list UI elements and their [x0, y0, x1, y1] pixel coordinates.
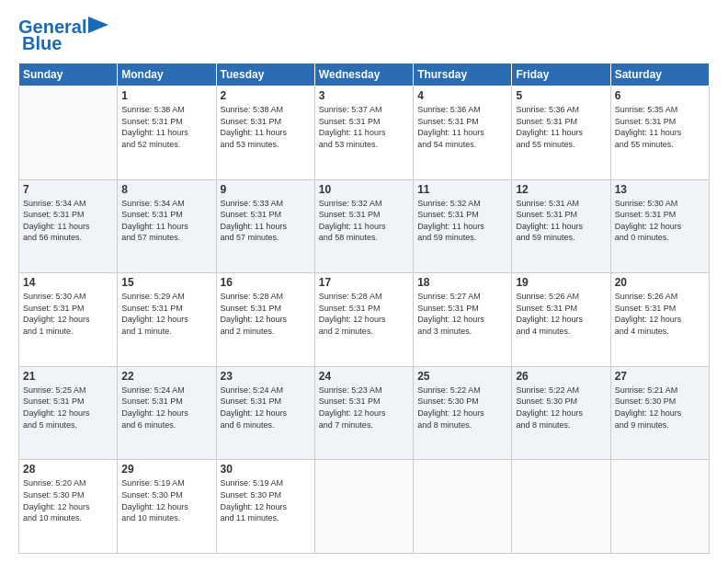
- weekday-header: Saturday: [610, 63, 709, 86]
- calendar-day-cell: 12Sunrise: 5:31 AM Sunset: 5:31 PM Dayli…: [512, 179, 610, 273]
- calendar-day-cell: 23Sunrise: 5:24 AM Sunset: 5:31 PM Dayli…: [216, 366, 314, 460]
- calendar-table: SundayMondayTuesdayWednesdayThursdayFrid…: [18, 63, 710, 554]
- weekday-header: Thursday: [414, 63, 512, 86]
- day-number: 30: [221, 463, 311, 476]
- calendar-day-cell: [512, 460, 610, 554]
- calendar-week-row: 1Sunrise: 5:38 AM Sunset: 5:31 PM Daylig…: [19, 86, 710, 180]
- day-info: Sunrise: 5:36 AM Sunset: 5:31 PM Dayligh…: [516, 104, 606, 150]
- calendar-day-cell: 6Sunrise: 5:35 AM Sunset: 5:31 PM Daylig…: [610, 86, 709, 180]
- day-number: 28: [23, 463, 113, 476]
- day-number: 17: [319, 276, 409, 289]
- calendar-day-cell: 3Sunrise: 5:37 AM Sunset: 5:31 PM Daylig…: [314, 86, 413, 180]
- calendar-day-cell: 21Sunrise: 5:25 AM Sunset: 5:31 PM Dayli…: [19, 366, 118, 460]
- calendar-day-cell: 13Sunrise: 5:30 AM Sunset: 5:31 PM Dayli…: [610, 179, 709, 273]
- calendar-week-row: 14Sunrise: 5:30 AM Sunset: 5:31 PM Dayli…: [19, 273, 710, 367]
- day-number: 7: [23, 183, 113, 196]
- day-number: 16: [221, 276, 311, 289]
- day-number: 4: [417, 89, 507, 102]
- day-info: Sunrise: 5:19 AM Sunset: 5:30 PM Dayligh…: [221, 477, 311, 523]
- calendar-week-row: 7Sunrise: 5:34 AM Sunset: 5:31 PM Daylig…: [19, 179, 710, 273]
- day-info: Sunrise: 5:34 AM Sunset: 5:31 PM Dayligh…: [23, 198, 113, 244]
- day-number: 26: [516, 370, 606, 383]
- day-number: 24: [319, 370, 409, 383]
- day-info: Sunrise: 5:27 AM Sunset: 5:31 PM Dayligh…: [417, 291, 507, 337]
- calendar-day-cell: 26Sunrise: 5:22 AM Sunset: 5:30 PM Dayli…: [512, 366, 610, 460]
- day-info: Sunrise: 5:30 AM Sunset: 5:31 PM Dayligh…: [615, 198, 705, 244]
- day-info: Sunrise: 5:28 AM Sunset: 5:31 PM Dayligh…: [319, 291, 409, 337]
- calendar-day-cell: 2Sunrise: 5:38 AM Sunset: 5:31 PM Daylig…: [216, 86, 314, 180]
- calendar-day-cell: 30Sunrise: 5:19 AM Sunset: 5:30 PM Dayli…: [216, 460, 314, 554]
- day-number: 10: [319, 183, 409, 196]
- calendar-day-cell: 10Sunrise: 5:32 AM Sunset: 5:31 PM Dayli…: [314, 179, 413, 273]
- day-number: 15: [121, 276, 211, 289]
- calendar-header-row: SundayMondayTuesdayWednesdayThursdayFrid…: [19, 63, 710, 86]
- weekday-header: Tuesday: [216, 63, 314, 86]
- weekday-header: Wednesday: [314, 63, 413, 86]
- day-info: Sunrise: 5:38 AM Sunset: 5:31 PM Dayligh…: [121, 104, 211, 150]
- logo-arrow-icon: [88, 17, 108, 33]
- day-number: 13: [615, 183, 705, 196]
- calendar-day-cell: [314, 460, 413, 554]
- day-number: 19: [516, 276, 606, 289]
- calendar-day-cell: 24Sunrise: 5:23 AM Sunset: 5:31 PM Dayli…: [314, 366, 413, 460]
- day-info: Sunrise: 5:23 AM Sunset: 5:31 PM Dayligh…: [319, 385, 409, 431]
- day-info: Sunrise: 5:20 AM Sunset: 5:30 PM Dayligh…: [23, 477, 113, 523]
- weekday-header: Monday: [118, 63, 216, 86]
- day-number: 11: [417, 183, 507, 196]
- day-number: 25: [417, 370, 507, 383]
- day-info: Sunrise: 5:36 AM Sunset: 5:31 PM Dayligh…: [417, 104, 507, 150]
- calendar-day-cell: [414, 460, 512, 554]
- calendar-day-cell: 28Sunrise: 5:20 AM Sunset: 5:30 PM Dayli…: [19, 460, 118, 554]
- calendar-day-cell: 17Sunrise: 5:28 AM Sunset: 5:31 PM Dayli…: [314, 273, 413, 367]
- day-info: Sunrise: 5:19 AM Sunset: 5:30 PM Dayligh…: [121, 477, 211, 523]
- calendar-day-cell: 16Sunrise: 5:28 AM Sunset: 5:31 PM Dayli…: [216, 273, 314, 367]
- weekday-header: Friday: [512, 63, 610, 86]
- weekday-header: Sunday: [19, 63, 118, 86]
- day-number: 29: [121, 463, 211, 476]
- calendar-day-cell: 1Sunrise: 5:38 AM Sunset: 5:31 PM Daylig…: [118, 86, 216, 180]
- day-info: Sunrise: 5:35 AM Sunset: 5:31 PM Dayligh…: [615, 104, 705, 150]
- day-info: Sunrise: 5:21 AM Sunset: 5:30 PM Dayligh…: [615, 385, 705, 431]
- calendar-day-cell: 8Sunrise: 5:34 AM Sunset: 5:31 PM Daylig…: [118, 179, 216, 273]
- day-info: Sunrise: 5:24 AM Sunset: 5:31 PM Dayligh…: [221, 385, 311, 431]
- day-info: Sunrise: 5:37 AM Sunset: 5:31 PM Dayligh…: [319, 104, 409, 150]
- day-info: Sunrise: 5:31 AM Sunset: 5:31 PM Dayligh…: [516, 198, 606, 244]
- calendar-day-cell: 11Sunrise: 5:32 AM Sunset: 5:31 PM Dayli…: [414, 179, 512, 273]
- day-number: 21: [23, 370, 113, 383]
- day-number: 23: [221, 370, 311, 383]
- day-info: Sunrise: 5:38 AM Sunset: 5:31 PM Dayligh…: [221, 104, 311, 150]
- calendar-day-cell: 18Sunrise: 5:27 AM Sunset: 5:31 PM Dayli…: [414, 273, 512, 367]
- logo-blue: Blue: [22, 33, 62, 53]
- calendar-day-cell: 4Sunrise: 5:36 AM Sunset: 5:31 PM Daylig…: [414, 86, 512, 180]
- calendar-day-cell: 7Sunrise: 5:34 AM Sunset: 5:31 PM Daylig…: [19, 179, 118, 273]
- calendar-day-cell: 22Sunrise: 5:24 AM Sunset: 5:31 PM Dayli…: [118, 366, 216, 460]
- calendar-day-cell: [19, 86, 118, 180]
- day-number: 12: [516, 183, 606, 196]
- day-number: 18: [417, 276, 507, 289]
- day-info: Sunrise: 5:30 AM Sunset: 5:31 PM Dayligh…: [23, 291, 113, 337]
- page: General Blue SundayMondayTuesdayWednesda…: [0, 0, 728, 563]
- day-number: 1: [121, 89, 211, 102]
- calendar-day-cell: [610, 460, 709, 554]
- calendar-day-cell: 15Sunrise: 5:29 AM Sunset: 5:31 PM Dayli…: [118, 273, 216, 367]
- calendar-day-cell: 25Sunrise: 5:22 AM Sunset: 5:30 PM Dayli…: [414, 366, 512, 460]
- calendar-day-cell: 19Sunrise: 5:26 AM Sunset: 5:31 PM Dayli…: [512, 273, 610, 367]
- calendar-day-cell: 27Sunrise: 5:21 AM Sunset: 5:30 PM Dayli…: [610, 366, 709, 460]
- day-number: 8: [121, 183, 211, 196]
- day-number: 9: [221, 183, 311, 196]
- day-info: Sunrise: 5:26 AM Sunset: 5:31 PM Dayligh…: [615, 291, 705, 337]
- calendar-day-cell: 5Sunrise: 5:36 AM Sunset: 5:31 PM Daylig…: [512, 86, 610, 180]
- day-number: 2: [221, 89, 311, 102]
- day-number: 22: [121, 370, 211, 383]
- day-info: Sunrise: 5:32 AM Sunset: 5:31 PM Dayligh…: [319, 198, 409, 244]
- day-info: Sunrise: 5:22 AM Sunset: 5:30 PM Dayligh…: [516, 385, 606, 431]
- day-info: Sunrise: 5:32 AM Sunset: 5:31 PM Dayligh…: [417, 198, 507, 244]
- day-info: Sunrise: 5:34 AM Sunset: 5:31 PM Dayligh…: [121, 198, 211, 244]
- day-info: Sunrise: 5:24 AM Sunset: 5:31 PM Dayligh…: [121, 385, 211, 431]
- day-info: Sunrise: 5:26 AM Sunset: 5:31 PM Dayligh…: [516, 291, 606, 337]
- day-number: 27: [615, 370, 705, 383]
- calendar-day-cell: 9Sunrise: 5:33 AM Sunset: 5:31 PM Daylig…: [216, 179, 314, 273]
- calendar-day-cell: 29Sunrise: 5:19 AM Sunset: 5:30 PM Dayli…: [118, 460, 216, 554]
- svg-marker-0: [88, 17, 108, 33]
- calendar-week-row: 28Sunrise: 5:20 AM Sunset: 5:30 PM Dayli…: [19, 460, 710, 554]
